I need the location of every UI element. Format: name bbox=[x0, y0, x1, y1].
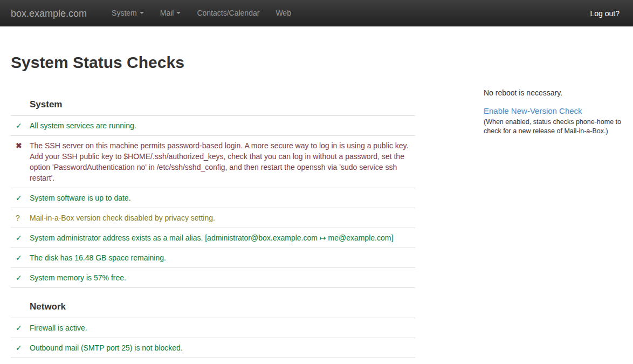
status-check-row: ✓ Outbound mail (SMTP port 25) is not bl… bbox=[11, 338, 415, 358]
enable-version-check-link[interactable]: Enable New-Version Check bbox=[484, 106, 582, 116]
status-check-text: System memory is 57% free. bbox=[30, 272, 415, 283]
status-check-row: ✓ The disk has 16.48 GB space remaining. bbox=[11, 248, 415, 268]
status-check-text: All system services are running. bbox=[30, 120, 415, 131]
status-ok-icon: ✓ bbox=[11, 193, 30, 203]
nav-system-label: System bbox=[112, 8, 137, 18]
nav-contacts-calendar[interactable]: Contacts/Calendar bbox=[189, 0, 267, 26]
status-check-row: ✓ System memory is 57% free. bbox=[11, 268, 415, 288]
status-check-row: ✓ System administrator address exists as… bbox=[11, 228, 415, 248]
status-ok-icon: ✓ bbox=[11, 342, 30, 353]
status-check-text: Outbound mail (SMTP port 25) is not bloc… bbox=[30, 342, 415, 353]
caret-down-icon bbox=[176, 12, 181, 14]
page-title: System Status Checks bbox=[11, 53, 415, 71]
status-check-row: ? Mail-in-a-Box version check disabled b… bbox=[11, 208, 415, 228]
nav-web-label: Web bbox=[276, 8, 291, 18]
section-heading-system: System bbox=[11, 99, 415, 116]
status-checks-panel: System Status Checks System ✓ All system… bbox=[11, 26, 415, 358]
sidebar: No reboot is necessary. Enable New-Versi… bbox=[484, 87, 624, 136]
logout-link[interactable]: Log out? bbox=[582, 0, 633, 26]
status-check-row: ✓ Firewall is active. bbox=[11, 318, 415, 338]
nav-contacts-calendar-label: Contacts/Calendar bbox=[197, 8, 259, 18]
nav-system[interactable]: System bbox=[104, 0, 152, 26]
status-check-row: ✓ System software is up to date. bbox=[11, 188, 415, 208]
content: System Status Checks System ✓ All system… bbox=[0, 26, 633, 358]
navbar: box.example.com System Mail Contacts/Cal… bbox=[0, 0, 633, 26]
status-ok-icon: ✓ bbox=[11, 120, 30, 131]
status-check-row: ✓ All system services are running. bbox=[11, 116, 415, 136]
nav-web[interactable]: Web bbox=[267, 0, 299, 26]
status-check-text: System software is up to date. bbox=[30, 193, 415, 203]
brand-link[interactable]: box.example.com bbox=[0, 0, 95, 26]
status-ok-icon: ✓ bbox=[11, 322, 30, 333]
nav-mail-label: Mail bbox=[160, 8, 174, 18]
status-check-text: The disk has 16.48 GB space remaining. bbox=[30, 252, 415, 263]
status-check-text: Firewall is active. bbox=[30, 322, 415, 333]
status-ok-icon: ✓ bbox=[11, 252, 30, 263]
version-check-note: (When enabled, status checks phone-home … bbox=[484, 118, 624, 136]
section-heading-network: Network bbox=[11, 301, 415, 318]
status-check-row: ✖ The SSH server on this machine permits… bbox=[11, 136, 415, 188]
caret-down-icon bbox=[140, 12, 144, 14]
status-ok-icon: ✓ bbox=[11, 272, 30, 283]
status-ok-icon: ✓ bbox=[11, 232, 30, 243]
status-error-icon: ✖ bbox=[11, 140, 30, 183]
status-check-text: The SSH server on this machine permits p… bbox=[30, 140, 415, 183]
main-nav: System Mail Contacts/Calendar Web bbox=[104, 0, 299, 26]
status-check-text: Mail-in-a-Box version check disabled by … bbox=[30, 212, 415, 223]
reboot-status: No reboot is necessary. bbox=[484, 87, 624, 98]
nav-mail[interactable]: Mail bbox=[152, 0, 189, 26]
status-warning-icon: ? bbox=[11, 212, 30, 223]
status-check-text: System administrator address exists as a… bbox=[30, 232, 415, 243]
